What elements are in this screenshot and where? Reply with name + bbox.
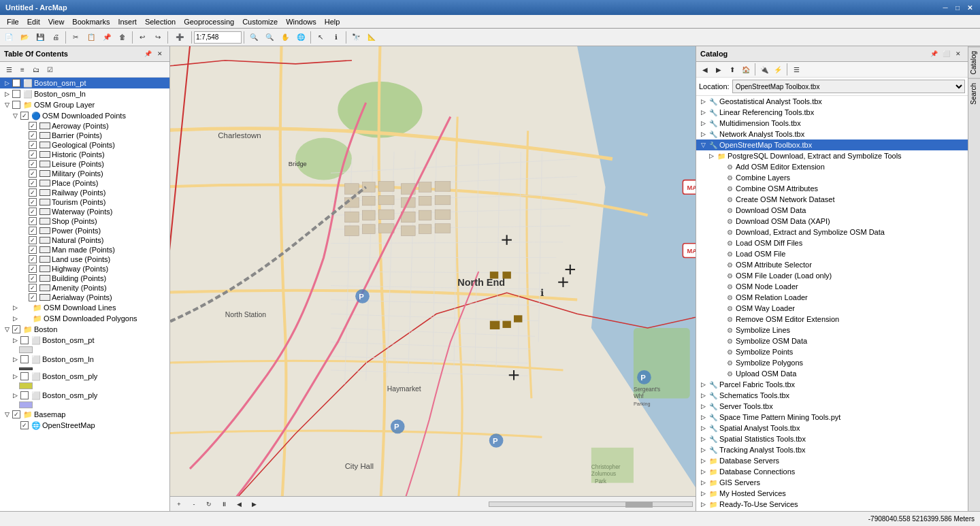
catalog-item-osm-relation-loader[interactable]: ⚙ OSM Relation Loader (696, 292, 968, 303)
expand-icon[interactable]: ▷ (699, 108, 707, 116)
cut-button[interactable]: ✂ (68, 30, 83, 45)
layer-waterway-points[interactable]: Waterway (Points) (0, 207, 169, 216)
expand-icon[interactable]: ▷ (699, 119, 707, 127)
catalog-item-server-tools[interactable]: ▷ 🔧 Server Tools.tbx (696, 401, 968, 412)
layer-visibility-checkbox[interactable] (29, 179, 37, 187)
catalog-item-linearref[interactable]: ▷ 🔧 Linear Referencing Tools.tbx (696, 107, 968, 118)
paste-button[interactable]: 📌 (99, 30, 114, 45)
layer-visibility-checkbox[interactable] (29, 274, 37, 282)
layer-visibility-checkbox[interactable] (20, 372, 29, 380)
layer-visibility-checkbox[interactable] (29, 246, 37, 254)
print-button[interactable]: 🖨 (48, 30, 63, 45)
layer-visibility-checkbox[interactable] (20, 391, 29, 399)
menu-edit[interactable]: Edit (23, 16, 44, 27)
layer-visibility-checkbox[interactable] (12, 79, 20, 87)
layer-boston-osm-ply2[interactable]: ▷ ⬜ Boston_osm_ply (0, 390, 169, 401)
layer-visibility-checkbox[interactable] (20, 421, 29, 429)
toc-pin-button[interactable]: 📌 (142, 48, 153, 59)
expand-icon[interactable]: ▷ (699, 97, 707, 105)
layer-openstreetmap[interactable]: 🌐 OpenStreetMap (0, 420, 169, 431)
catalog-location-select[interactable]: OpenStreetMap Toolbox.tbx (732, 80, 965, 93)
map-pause[interactable]: ⏸ (218, 498, 230, 510)
menu-view[interactable]: View (44, 16, 69, 27)
pan-button[interactable]: ✋ (278, 30, 293, 45)
measure-button[interactable]: 📐 (364, 30, 379, 45)
catalog-float-button[interactable]: ⬜ (941, 48, 951, 59)
layer-visibility-checkbox[interactable] (29, 141, 37, 149)
layer-place-points[interactable]: Place (Points) (0, 178, 169, 188)
layer-leisure-points[interactable]: Leisure (Points) (0, 159, 169, 169)
expand-icon[interactable]: ▷ (699, 446, 707, 454)
catalog-item-osm-toolbox[interactable]: ▽ 🔧 OpenStreetMap Toolbox.tbx (696, 139, 968, 150)
catalog-item-load-file[interactable]: ⚙ Load OSM File (696, 248, 968, 259)
map-refresh[interactable]: ↻ (203, 498, 215, 510)
catalog-item-osm-way-loader[interactable]: ⚙ OSM Way Loader (696, 303, 968, 314)
redo-button[interactable]: ↪ (150, 30, 165, 45)
expand-icon[interactable]: ▷ (699, 478, 707, 487)
catalog-item-symbolize-points[interactable]: ⚙ Symbolize Points (696, 346, 968, 357)
catalog-pin-button[interactable]: 📌 (928, 48, 939, 59)
expand-icon[interactable]: ▽ (11, 112, 19, 120)
layer-railway-points[interactable]: Railway (Points) (0, 188, 169, 197)
layer-visibility-checkbox[interactable] (12, 101, 20, 109)
layer-boston-osm-pt[interactable]: ▷ ⬜ Boston_osm_pt (0, 78, 169, 88)
find-button[interactable]: 🔭 (348, 30, 363, 45)
catalog-up-button[interactable]: ⬆ (726, 63, 738, 76)
layer-visibility-checkbox[interactable] (29, 131, 37, 139)
menu-customize[interactable]: Customize (238, 16, 282, 27)
save-button[interactable]: 💾 (33, 30, 48, 45)
expand-icon[interactable]: ▷ (699, 500, 707, 508)
expand-icon[interactable]: ▷ (699, 380, 707, 389)
map-next[interactable]: ▶ (248, 498, 260, 510)
catalog-item-symbolize-polygons[interactable]: ⚙ Symbolize Polygons (696, 357, 968, 368)
layer-landuse-points[interactable]: Land use (Points) (0, 254, 169, 264)
menu-selection[interactable]: Selection (141, 16, 180, 27)
toc-list-view[interactable]: ☰ (3, 63, 15, 76)
menu-insert[interactable]: Insert (114, 16, 141, 27)
undo-button[interactable]: ↩ (135, 30, 150, 45)
catalog-item-symbolize-lines[interactable]: ⚙ Symbolize Lines (696, 325, 968, 335)
catalog-item-download-osm-xapi[interactable]: ⚙ Download OSM Data (XAPI) (696, 216, 968, 227)
expand-icon[interactable]: ▷ (699, 435, 707, 443)
layer-boston-osm-ply[interactable]: ▷ ⬜ Boston_osm_ply (0, 371, 169, 382)
delete-button[interactable]: 🗑 (115, 30, 130, 45)
catalog-item-spatial-stats[interactable]: ▷ 🔧 Spatial Statistics Tools.tbx (696, 433, 968, 444)
catalog-item-gis-servers[interactable]: ▷ 📁 GIS Servers (696, 477, 968, 488)
expand-icon[interactable]: ▷ (707, 152, 715, 160)
layer-amenity-points[interactable]: Amenity (Points) (0, 283, 169, 293)
search-tab[interactable]: Search (968, 78, 981, 109)
layer-osm-group[interactable]: ▽ 📁 OSM Group Layer (0, 99, 169, 110)
layer-tourism-points[interactable]: Tourism (Points) (0, 197, 169, 207)
layer-building-points[interactable]: Building (Points) (0, 274, 169, 283)
layer-boston-osm-ln2[interactable]: ▷ ⬜ Boston_osm_ln (0, 354, 169, 365)
map-view[interactable]: North End Charlestown MA 1A ℹ (170, 46, 696, 511)
expand-icon[interactable]: ▷ (699, 457, 707, 465)
layer-osm-downloaded-points[interactable]: ▽ 🔵 OSM Downloaded Points (0, 110, 169, 121)
layer-visibility-checkbox[interactable] (29, 227, 37, 235)
catalog-item-load-diff[interactable]: ⚙ Load OSM Diff Files (696, 237, 968, 248)
catalog-disconnect-button[interactable]: ⚡ (772, 63, 784, 76)
layer-visibility-checkbox[interactable] (29, 236, 37, 244)
toc-selection-view[interactable]: ☑ (44, 63, 56, 76)
layer-osm-download-lines[interactable]: ▷ 📁 OSM Download Lines (0, 302, 169, 313)
layer-barrier-points[interactable]: Barrier (Points) (0, 131, 169, 140)
add-data-button[interactable]: ➕ (170, 30, 189, 45)
catalog-connect-button[interactable]: 🔌 (758, 63, 770, 76)
expand-icon[interactable]: ▷ (3, 79, 11, 87)
full-extent-button[interactable]: 🌐 (293, 30, 308, 45)
catalog-item-tracking-analyst[interactable]: ▷ 🔧 Tracking Analyst Tools.tbx (696, 444, 968, 455)
layer-geological-points[interactable]: Geological (Points) (0, 140, 169, 150)
catalog-item-db-connections[interactable]: ▷ 📁 Database Connections (696, 466, 968, 477)
catalog-close-button[interactable]: ✕ (953, 48, 964, 59)
layer-shop-points[interactable]: Shop (Points) (0, 216, 169, 226)
catalog-item-upload-osm[interactable]: ⚙ Upload OSM Data (696, 368, 968, 379)
expand-icon[interactable]: ▷ (11, 314, 19, 323)
catalog-forward-button[interactable]: ▶ (713, 63, 725, 76)
catalog-item-networkanalyst[interactable]: ▷ 🔧 Network Analyst Tools.tbx (696, 129, 968, 139)
layer-visibility-checkbox[interactable] (29, 217, 37, 225)
catalog-item-create-osm-network[interactable]: ⚙ Create OSM Network Dataset (696, 194, 968, 205)
layer-visibility-checkbox[interactable] (29, 198, 37, 206)
catalog-item-add-osm-ext[interactable]: ⚙ Add OSM Editor Extension (696, 161, 968, 172)
catalog-item-my-hosted[interactable]: ▷ 📁 My Hosted Services (696, 488, 968, 499)
layer-visibility-checkbox[interactable] (29, 265, 37, 273)
